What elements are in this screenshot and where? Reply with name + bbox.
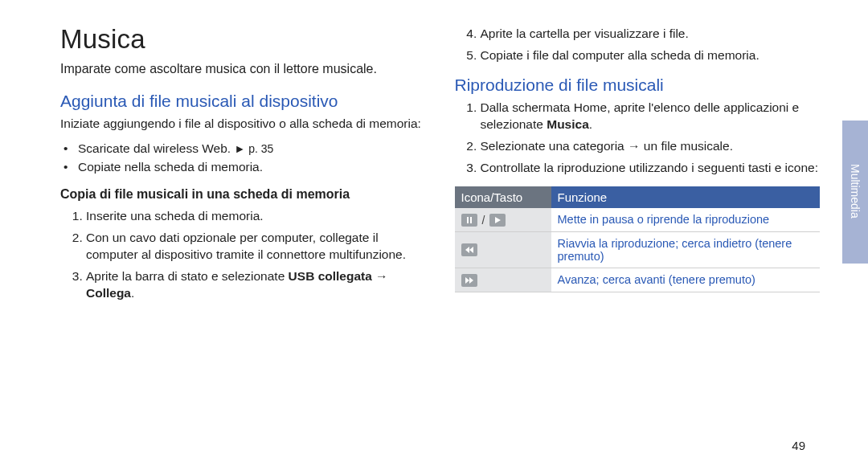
copy-steps-list: Inserite una scheda di memoria. Con un c…	[60, 208, 426, 302]
document-page: Musica Imparate come ascoltare musica co…	[0, 0, 868, 470]
copy-steps-continued: Aprite la cartella per visualizzare i fi…	[455, 26, 821, 64]
svg-marker-3	[465, 247, 469, 253]
play-step1-bold: Musica	[547, 117, 589, 131]
pause-icon	[461, 214, 477, 227]
rewind-icon	[461, 243, 477, 256]
right-column: Aprite la cartella per visualizzare i fi…	[455, 24, 821, 422]
bullet-text: Scaricate dal wireless Web.	[78, 141, 234, 155]
controls-table: Icona/Tasto Funzione /	[455, 186, 821, 292]
bullet-copy-card: Copiate nella scheda di memoria.	[63, 158, 426, 176]
step3-tail: .	[131, 286, 134, 300]
play-step1-text: Dalla schermata Home, aprite l'elenco de…	[481, 100, 800, 131]
step-insert-card: Inserite una scheda di memoria.	[86, 208, 426, 225]
add-files-intro: Iniziate aggiungendo i file al dispositi…	[60, 116, 426, 132]
cross-ref-page: p. 35	[245, 142, 273, 155]
section-heading-play-files: Riproduzione di file musicali	[455, 76, 821, 95]
bullet-download-web: Scaricate dal wireless Web. ► p. 35	[63, 140, 426, 157]
slash-separator: /	[482, 214, 485, 227]
section-heading-add-files: Aggiunta di file musicali al dispositivo	[60, 92, 426, 111]
forward-icon	[461, 274, 477, 287]
two-column-layout: Musica Imparate come ascoltare musica co…	[60, 24, 820, 422]
play-icon	[489, 214, 506, 227]
chapter-label: Multimedia	[849, 164, 862, 219]
cross-ref-arrow-icon: ►	[234, 142, 245, 155]
svg-marker-2	[495, 217, 501, 223]
intro-paragraph: Imparate come ascoltare musica con il le…	[60, 61, 426, 77]
table-row: Avanza; cerca avanti (tenere premuto)	[455, 268, 821, 292]
icon-cell-rewind	[455, 231, 551, 268]
th-icon: Icona/Tasto	[455, 186, 551, 208]
table-row: Riavvia la riproduzione; cerca indietro …	[455, 231, 821, 268]
svg-rect-0	[467, 217, 469, 223]
func-forward: Avanza; cerca avanti (tenere premuto)	[551, 268, 821, 292]
left-column: Musica Imparate come ascoltare musica co…	[60, 24, 426, 422]
table-header: Icona/Tasto Funzione	[455, 186, 821, 208]
step-copy-files: Copiate i file dal computer alla scheda …	[481, 47, 821, 64]
step-connect-cable: Con un cavo dati opzionale per computer,…	[86, 230, 426, 264]
chapter-side-tab: Multimedia	[842, 121, 868, 264]
svg-rect-1	[470, 217, 472, 223]
play-step-select-category: Selezionate una categoria → un file musi…	[481, 138, 821, 155]
subheading-copy-files: Copia di file musicali in una scheda di …	[60, 187, 426, 202]
play-step1-tail: .	[589, 117, 592, 131]
step-open-folder: Aprite la cartella per visualizzare i fi…	[481, 26, 821, 43]
page-title: Musica	[60, 24, 426, 55]
svg-marker-5	[465, 277, 469, 284]
play-steps-list: Dalla schermata Home, aprite l'elenco de…	[455, 100, 821, 177]
page-number: 49	[792, 439, 805, 452]
svg-marker-6	[469, 277, 473, 284]
add-files-bullets: Scaricate dal wireless Web. ► p. 35 Copi…	[60, 140, 426, 176]
play-step-open-app: Dalla schermata Home, aprite l'elenco de…	[481, 100, 821, 133]
step-open-status-bar: Aprite la barra di stato e selezionate U…	[86, 268, 426, 302]
th-function: Funzione	[551, 186, 821, 208]
play-step-controls: Controllate la riproduzione utilizzando …	[481, 160, 821, 177]
func-rewind: Riavvia la riproduzione; cerca indietro …	[551, 231, 821, 268]
icon-cell-forward	[455, 268, 551, 292]
step3-text: Aprite la barra di stato e selezionate	[86, 269, 289, 283]
icon-cell-pause-play: /	[455, 208, 551, 232]
svg-marker-4	[469, 247, 473, 253]
table-row: / Mette in pausa o riprende la riproduzi…	[455, 208, 821, 232]
func-pause-play: Mette in pausa o riprende la riproduzion…	[551, 208, 821, 232]
